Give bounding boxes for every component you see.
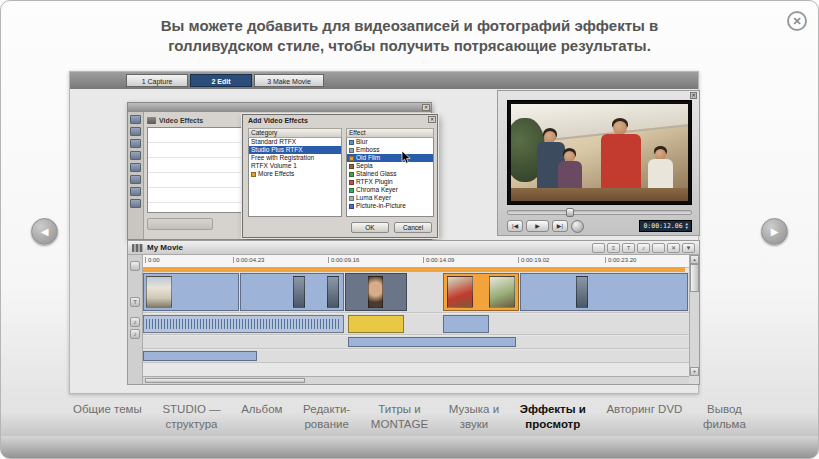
bottom-nav: Общие темы STUDIO — структура Альбом Ред… — [73, 402, 746, 432]
close-button[interactable]: ✕ — [787, 11, 807, 31]
go-to-end-button: ▶| — [552, 220, 568, 232]
timecode-steppers: ▲ ▼ — [686, 222, 688, 230]
preview-photo — [511, 104, 688, 201]
nav-item-dvd-authoring[interactable]: Авторинг DVD — [606, 402, 682, 417]
video-clip — [345, 273, 407, 311]
audio-icon: ♪ — [637, 243, 650, 253]
effect-slot-row — [148, 188, 256, 203]
tab-edit: 2 Edit — [190, 74, 252, 87]
panel-close-icon: ✕ — [422, 104, 430, 111]
clip-thumbnail — [146, 276, 172, 308]
nav-item-studio-structure[interactable]: STUDIO — структура — [162, 402, 220, 432]
app-workspace: ✕ Video Effects — [70, 89, 698, 393]
effect-item-selected: Old Film — [347, 154, 433, 162]
ruler-label: 0:00:04.23 — [233, 257, 264, 263]
category-column: Category Standard RTFX Studio Plus RTFX … — [248, 128, 342, 217]
sound-effect-track: The Caribbean (Daytime) — [143, 336, 689, 349]
category-item-selected: Studio Plus RTFX — [249, 146, 341, 154]
video-clip — [143, 273, 239, 311]
overlay-track — [143, 314, 689, 335]
timeline-vscrollbar: ▲ ▼ — [689, 255, 699, 376]
mode-tab-bar: 1 Capture 2 Edit 3 Make Movie — [70, 72, 698, 90]
toolbar-icon — [130, 127, 141, 136]
photo-table — [511, 188, 688, 201]
hscrollbar-thumb — [145, 378, 305, 383]
effect-item: Blur — [347, 138, 433, 146]
clip-thumbnail — [489, 276, 515, 308]
effect-slot-row — [148, 143, 256, 158]
video-track-icon — [130, 261, 140, 271]
effect-item: Sepia — [347, 162, 433, 170]
clip-thumbnail — [327, 276, 339, 308]
panel-toolbar — [128, 112, 144, 239]
preview-screen — [507, 100, 692, 205]
panel-titlebar: ✕ — [128, 103, 431, 112]
preview-player: ✕ — [497, 90, 700, 236]
cancel-button: Cancel — [394, 222, 432, 233]
jog-wheel — [571, 220, 584, 233]
ruler-label: 0:00:09.16 — [328, 257, 359, 263]
go-to-start-button: |◀ — [507, 220, 523, 232]
overlay-clip — [443, 315, 489, 333]
storyboard-view-icon — [592, 243, 605, 253]
effect-slot-row — [148, 173, 256, 188]
effects-slot-list — [147, 127, 257, 213]
nav-item-music-sound[interactable]: Музыка и звуки — [449, 402, 499, 432]
dialog-title: Add Video Effects — [248, 117, 308, 124]
more-effects-icon — [251, 172, 256, 177]
effect-icon — [349, 140, 354, 145]
mouse-cursor-icon — [401, 151, 411, 164]
sfx-track-icon: ♪ — [130, 317, 140, 327]
prev-button[interactable]: ◀ — [31, 218, 58, 245]
trash-icon: ✕ — [667, 243, 680, 253]
effect-icon — [349, 188, 354, 193]
nav-item-movie-output[interactable]: Вывод фильма — [703, 402, 746, 432]
category-item: RTFX Volume 1 — [249, 162, 341, 170]
toolbar-icon — [130, 175, 141, 184]
nav-item-general-topics[interactable]: Общие темы — [73, 402, 142, 417]
effect-slot-row — [148, 128, 256, 143]
category-list: Standard RTFX Studio Plus RTFX Free with… — [248, 138, 342, 217]
track-header-rail: T ♪ ♪ — [128, 255, 143, 384]
timeline-window: My Movie ≡ T ♪ ✕ ▼ T ♪ ♪ — [127, 240, 700, 385]
effect-item: RTFX Plugin — [347, 178, 433, 186]
timeline-header: My Movie ≡ T ♪ ✕ ▼ — [128, 241, 699, 255]
ruler-label: 0:00:23.20 — [605, 257, 636, 263]
effects-panel-title: Video Effects — [159, 117, 203, 124]
effect-icon — [349, 180, 354, 185]
preview-close-icon: ✕ — [690, 92, 697, 99]
title-line1: Вы можете добавить для видеозаписей и фо… — [161, 17, 658, 34]
audio-waveform-clip — [143, 315, 344, 333]
tutorial-dialog: Вы можете добавить для видеозаписей и фо… — [0, 0, 819, 459]
close-icon: ✕ — [792, 15, 801, 27]
menu-icon: ▼ — [682, 243, 695, 253]
nav-item-titles-montage[interactable]: Титры и MONTAGE — [371, 402, 428, 432]
nav-item-effects-preview[interactable]: Эффекты и просмотр — [520, 402, 586, 432]
effect-item: Emboss — [347, 146, 433, 154]
effect-list: Blur Emboss Old Film Sepia — [346, 138, 434, 217]
prev-arrow-icon: ◀ — [41, 226, 49, 237]
razor-icon — [652, 243, 665, 253]
next-button[interactable]: ▶ — [761, 218, 788, 245]
effect-icon — [349, 172, 354, 177]
transport-controls: |◀ ▶ ▶| 0:00:12.06 ▲ ▼ — [507, 219, 692, 233]
preview-scrubber — [507, 210, 692, 215]
studio-screenshot: 1 Capture 2 Edit 3 Make Movie ✕ — [69, 71, 699, 394]
clip-thumbnail — [576, 276, 588, 308]
scrubber-handle — [566, 208, 574, 217]
tab-capture: 1 Capture — [126, 74, 188, 87]
add-video-effects-dialog: ✕ Add Video Effects Category Standard RT… — [242, 114, 438, 238]
nav-item-album[interactable]: Альбом — [241, 402, 282, 417]
play-button: ▶ — [526, 220, 549, 232]
dialog-close-icon: ✕ — [428, 116, 436, 123]
nav-item-editing[interactable]: Редакти- рование — [303, 402, 350, 432]
effect-icon — [349, 148, 354, 153]
tab-make-movie: 3 Make Movie — [254, 74, 324, 87]
text-view-icon: T — [622, 243, 635, 253]
step-down-icon: ▼ — [686, 226, 688, 230]
clip-thumbnail — [447, 276, 473, 308]
effect-item: Picture-in-Picture — [347, 202, 433, 210]
music-clip: My Whole World — [143, 351, 257, 361]
toolbar-icon — [130, 151, 141, 160]
movie-title: My Movie — [147, 243, 183, 252]
